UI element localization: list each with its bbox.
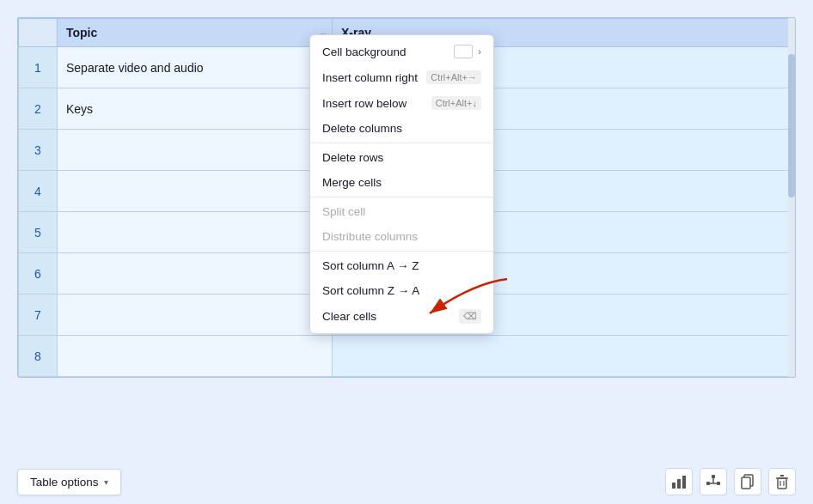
row-number-cell: 8 — [19, 336, 58, 377]
menu-item-merge-cells[interactable]: Merge cells — [310, 170, 493, 195]
topic-cell[interactable] — [58, 212, 333, 253]
hierarchy-icon-button[interactable] — [700, 468, 727, 495]
xray-cell[interactable] — [333, 336, 795, 377]
trash-icon — [774, 474, 790, 489]
svg-rect-4 — [712, 475, 715, 478]
menu-item-delete-rows[interactable]: Delete rows — [310, 145, 493, 170]
topic-cell[interactable] — [58, 253, 333, 295]
topic-cell[interactable] — [58, 295, 333, 336]
delete-icon-button[interactable] — [768, 468, 796, 495]
row-number-cell: 2 — [19, 88, 58, 130]
row-number-cell: 4 — [19, 171, 58, 212]
row-number-cell: 7 — [19, 295, 58, 336]
menu-item-insert-row-below[interactable]: Insert row belowCtrl+Alt+↓ — [310, 90, 493, 116]
row-number-cell: 5 — [19, 212, 58, 253]
page-wrapper: Topic ⌄ X-ray 1Separate video and audio2… — [0, 0, 813, 504]
chart-icon-button[interactable] — [665, 468, 693, 495]
menu-item-label: Sort column Z → A — [322, 284, 419, 297]
table-row: 8 — [19, 336, 795, 377]
menu-item-insert-column-right[interactable]: Insert column rightCtrl+Alt+→ — [310, 64, 493, 90]
menu-item-sort-asc[interactable]: Sort column A → Z — [310, 253, 493, 278]
col-header-rownum — [19, 19, 58, 47]
cell-bg-preview — [454, 45, 473, 58]
menu-item-label: Delete columns — [322, 122, 402, 135]
svg-rect-2 — [677, 479, 681, 489]
copy-icon-button[interactable] — [734, 468, 761, 495]
topic-cell[interactable] — [58, 336, 333, 377]
menu-item-distribute-columns: Distribute columns — [310, 224, 493, 249]
shortcut-label: Ctrl+Alt+→ — [426, 70, 481, 84]
menu-divider — [310, 197, 493, 197]
menu-item-label: Clear cells — [322, 310, 376, 323]
menu-item-label: Cell background — [322, 46, 406, 58]
menu-item-clear-cells[interactable]: Clear cells⌫ — [310, 303, 493, 330]
toolbar-icons — [665, 468, 796, 495]
svg-rect-1 — [672, 483, 675, 489]
scrollbar-thumb[interactable] — [788, 54, 795, 197]
chevron-right-icon: › — [478, 46, 481, 57]
menu-item-split-cell: Split cell — [310, 199, 493, 224]
menu-item-label: Delete rows — [322, 151, 383, 164]
topic-cell[interactable] — [58, 130, 333, 171]
topic-cell[interactable] — [58, 171, 333, 212]
svg-rect-11 — [778, 478, 786, 489]
row-number-cell: 6 — [19, 253, 58, 295]
col-header-topic[interactable]: Topic ⌄ — [58, 19, 333, 47]
row-number-cell: 1 — [19, 47, 58, 88]
table-options-chevron-icon: ▾ — [104, 477, 108, 487]
svg-rect-10 — [742, 477, 750, 489]
topic-cell[interactable]: Separate video and audio — [58, 47, 333, 88]
menu-item-label: Merge cells — [322, 176, 382, 189]
menu-item-label: Insert row below — [322, 97, 406, 110]
menu-item-delete-columns[interactable]: Delete columns — [310, 116, 493, 141]
context-menu: Cell background›Insert column rightCtrl+… — [309, 34, 494, 334]
topic-cell[interactable]: Keys — [58, 88, 333, 130]
hierarchy-icon — [706, 474, 721, 489]
row-number-cell: 3 — [19, 130, 58, 171]
table-options-label: Table options — [30, 476, 99, 489]
menu-item-label: Split cell — [322, 205, 365, 218]
scrollbar-track[interactable] — [788, 18, 795, 377]
menu-item-label: Insert column right — [322, 71, 418, 84]
menu-divider — [310, 251, 493, 252]
svg-rect-3 — [682, 476, 686, 489]
menu-item-sort-desc[interactable]: Sort column Z → A — [310, 278, 493, 303]
bottom-bar: Table options ▾ — [0, 468, 813, 495]
shortcut-label: Ctrl+Alt+↓ — [431, 96, 481, 110]
copy-icon — [740, 474, 755, 489]
menu-item-label: Distribute columns — [322, 230, 418, 243]
topic-header-label: Topic — [66, 26, 97, 39]
menu-divider — [310, 143, 493, 143]
table-options-button[interactable]: Table options ▾ — [17, 469, 121, 495]
menu-item-cell-background[interactable]: Cell background› — [310, 39, 493, 64]
chart-icon — [671, 474, 687, 489]
shortcut-label: ⌫ — [459, 309, 481, 324]
menu-item-label: Sort column A → Z — [322, 259, 419, 272]
